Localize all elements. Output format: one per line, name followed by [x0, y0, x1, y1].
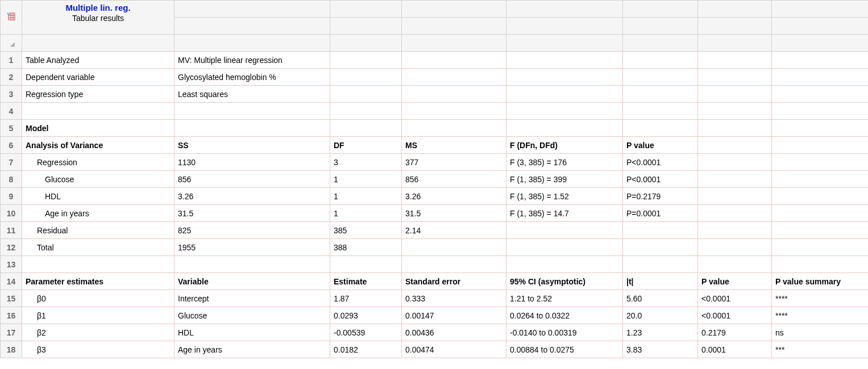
cell[interactable]: 825: [175, 222, 330, 239]
col-header-e[interactable]: [506, 35, 623, 52]
cell[interactable]: [175, 256, 330, 273]
cell[interactable]: [698, 137, 772, 154]
cell[interactable]: [772, 205, 869, 222]
cell[interactable]: 1: [330, 188, 402, 205]
cell[interactable]: Model: [22, 120, 175, 137]
cell[interactable]: Regression: [22, 154, 175, 171]
cell[interactable]: [772, 86, 869, 103]
row-number[interactable]: 13: [1, 256, 22, 273]
cell[interactable]: P=0.2179: [623, 188, 698, 205]
cell[interactable]: [402, 69, 506, 86]
cell[interactable]: DF: [330, 137, 402, 154]
col-header[interactable]: [623, 1, 698, 18]
cell[interactable]: 1.23: [623, 324, 698, 341]
cell[interactable]: 1955: [175, 239, 330, 256]
cell[interactable]: [175, 103, 330, 120]
col-header[interactable]: [698, 1, 772, 18]
row-number[interactable]: 17: [1, 324, 22, 341]
cell[interactable]: [623, 222, 698, 239]
cell[interactable]: F (DFn, DFd): [506, 137, 623, 154]
cell[interactable]: 1: [330, 205, 402, 222]
cell[interactable]: [22, 103, 175, 120]
cell[interactable]: 0.0001: [698, 341, 772, 358]
cell[interactable]: [506, 69, 623, 86]
col-header-d[interactable]: [402, 35, 506, 52]
cell[interactable]: Least squares: [175, 86, 330, 103]
col-subheader[interactable]: [330, 18, 402, 35]
cell[interactable]: [772, 188, 869, 205]
cell[interactable]: [698, 120, 772, 137]
cell[interactable]: Age in years: [175, 341, 330, 358]
cell[interactable]: Analysis of Variance: [22, 137, 175, 154]
cell[interactable]: 856: [402, 171, 506, 188]
cell[interactable]: [402, 103, 506, 120]
cell[interactable]: [623, 256, 698, 273]
cell[interactable]: [506, 86, 623, 103]
cell[interactable]: <0.0001: [698, 290, 772, 307]
cell[interactable]: [772, 256, 869, 273]
cell[interactable]: 0.0182: [330, 341, 402, 358]
row-number[interactable]: 2: [1, 69, 22, 86]
cell[interactable]: β2: [22, 324, 175, 341]
cell[interactable]: P<0.0001: [623, 154, 698, 171]
cell[interactable]: MS: [402, 137, 506, 154]
cell[interactable]: 0.00436: [402, 324, 506, 341]
cell[interactable]: [330, 69, 402, 86]
select-all-corner[interactable]: [1, 35, 22, 52]
col-header[interactable]: [330, 1, 402, 18]
col-header[interactable]: [506, 1, 623, 18]
cell[interactable]: Table Analyzed: [22, 52, 175, 69]
cell[interactable]: [402, 86, 506, 103]
cell[interactable]: 3: [330, 154, 402, 171]
row-number[interactable]: 8: [1, 171, 22, 188]
cell[interactable]: [698, 86, 772, 103]
cell[interactable]: [402, 52, 506, 69]
row-number[interactable]: 16: [1, 307, 22, 324]
cell[interactable]: 5.60: [623, 290, 698, 307]
cell[interactable]: <0.0001: [698, 307, 772, 324]
cell[interactable]: Intercept: [175, 290, 330, 307]
cell[interactable]: [698, 256, 772, 273]
cell[interactable]: 3.83: [623, 341, 698, 358]
cell[interactable]: [402, 256, 506, 273]
cell[interactable]: Glucose: [22, 171, 175, 188]
cell[interactable]: 1130: [175, 154, 330, 171]
cell[interactable]: [772, 239, 869, 256]
cell[interactable]: [772, 222, 869, 239]
cell[interactable]: [506, 222, 623, 239]
cell[interactable]: Estimate: [330, 273, 402, 290]
cell[interactable]: F (3, 385) = 176: [506, 154, 623, 171]
cell[interactable]: Dependent variable: [22, 69, 175, 86]
cell[interactable]: [402, 239, 506, 256]
cell[interactable]: [698, 154, 772, 171]
cell[interactable]: [772, 137, 869, 154]
cell[interactable]: Glucose: [175, 307, 330, 324]
cell[interactable]: 20.0: [623, 307, 698, 324]
cell[interactable]: 0.2179: [698, 324, 772, 341]
row-number[interactable]: 7: [1, 154, 22, 171]
cell[interactable]: 1: [330, 171, 402, 188]
cell[interactable]: [623, 120, 698, 137]
cell[interactable]: 0.0264 to 0.0322: [506, 307, 623, 324]
cell[interactable]: 3.26: [175, 188, 330, 205]
col-header-g[interactable]: [698, 35, 772, 52]
cell[interactable]: 388: [330, 239, 402, 256]
col-header-a[interactable]: [22, 35, 175, 52]
cell[interactable]: HDL: [22, 188, 175, 205]
row-number[interactable]: 15: [1, 290, 22, 307]
cell[interactable]: [698, 222, 772, 239]
cell[interactable]: 385: [330, 222, 402, 239]
cell[interactable]: β3: [22, 341, 175, 358]
cell[interactable]: Glycosylated hemoglobin %: [175, 69, 330, 86]
cell[interactable]: 0.00147: [402, 307, 506, 324]
row-number[interactable]: 11: [1, 222, 22, 239]
cell[interactable]: Parameter estimates: [22, 273, 175, 290]
cell[interactable]: [623, 69, 698, 86]
cell[interactable]: [506, 239, 623, 256]
cell[interactable]: P=0.0001: [623, 205, 698, 222]
cell[interactable]: [330, 86, 402, 103]
col-subheader[interactable]: [506, 18, 623, 35]
row-number[interactable]: 4: [1, 103, 22, 120]
cell[interactable]: [698, 171, 772, 188]
cell[interactable]: 0.333: [402, 290, 506, 307]
